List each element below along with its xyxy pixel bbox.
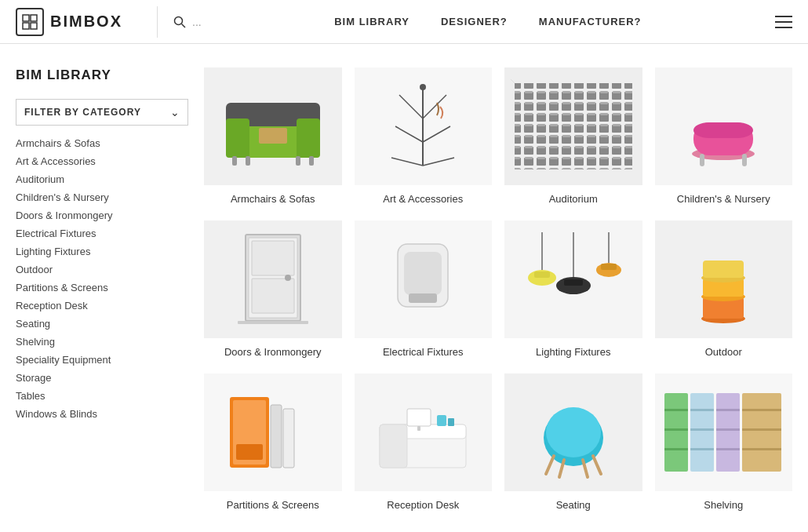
filter-header[interactable]: FILTER BY CATEGORY ⌄ (16, 99, 188, 126)
category-item-shelving[interactable]: Shelving (16, 335, 188, 348)
category-item-speciality[interactable]: Speciality Equipment (16, 353, 188, 366)
product-card-partitions[interactable]: Partitions & Screens (204, 373, 342, 511)
category-item-armchairs[interactable]: Armchairs & Sofas (16, 137, 188, 150)
category-item-seating[interactable]: Seating (16, 317, 188, 330)
svg-rect-59 (271, 405, 282, 468)
header-divider (157, 6, 158, 38)
search-icon (173, 16, 186, 28)
product-card-reception[interactable]: Reception Desk (355, 373, 493, 511)
svg-rect-86 (742, 393, 781, 472)
product-image-nursery (655, 67, 793, 185)
category-item-lighting[interactable]: Lighting Fixtures (16, 245, 188, 258)
product-label-shelving: Shelving (704, 499, 743, 511)
nav-bim-library[interactable]: BIM LIBRARY (334, 16, 409, 27)
product-card-outdoor[interactable]: Outdoor (655, 220, 793, 358)
product-image-reception (355, 373, 493, 491)
category-item-art[interactable]: Art & Accessories (16, 155, 188, 168)
category-item-partitions[interactable]: Partitions & Screens (16, 281, 188, 294)
product-card-art[interactable]: Art & Accessories (355, 67, 493, 205)
svg-rect-13 (246, 156, 250, 166)
product-image-seating (504, 373, 642, 491)
category-item-reception-desk[interactable]: Reception Desk (16, 299, 188, 312)
svg-rect-88 (742, 428, 781, 431)
svg-rect-10 (259, 128, 287, 144)
svg-rect-30 (700, 154, 704, 166)
svg-rect-66 (407, 409, 431, 426)
category-item-storage[interactable]: Storage (16, 371, 188, 384)
svg-point-22 (420, 84, 426, 90)
nav-designer[interactable]: DESIGNER? (441, 16, 508, 27)
svg-rect-9 (297, 118, 320, 158)
svg-rect-87 (742, 409, 781, 411)
svg-rect-14 (296, 156, 300, 166)
svg-line-16 (399, 95, 423, 118)
svg-rect-79 (690, 409, 714, 411)
svg-rect-29 (693, 122, 753, 138)
product-card-seating[interactable]: Seating (504, 373, 642, 511)
product-image-lighting (504, 220, 642, 338)
category-item-auditorium[interactable]: Auditorium (16, 173, 188, 186)
category-item-electrical[interactable]: Electrical Fixtures (16, 227, 188, 240)
product-image-art (355, 67, 493, 185)
logo-box-icon (16, 8, 44, 36)
svg-rect-60 (283, 409, 294, 468)
category-item-nursery[interactable]: Children's & Nursery (16, 191, 188, 204)
svg-rect-40 (409, 293, 437, 303)
svg-line-71 (593, 456, 601, 474)
svg-rect-82 (716, 393, 740, 472)
svg-point-4 (175, 16, 183, 24)
search-area[interactable]: ... (173, 16, 268, 28)
product-label-lighting: Lighting Fixtures (536, 346, 610, 358)
category-item-outdoor[interactable]: Outdoor (16, 263, 188, 276)
product-card-auditorium[interactable]: Auditorium (504, 67, 642, 205)
product-label-partitions: Partitions & Screens (227, 499, 319, 511)
product-label-auditorium: Auditorium (549, 193, 598, 205)
svg-line-20 (391, 158, 423, 166)
svg-rect-80 (690, 428, 714, 431)
product-label-art: Art & Accessories (383, 193, 463, 205)
main-container: BIM LIBRARY FILTER BY CATEGORY ⌄ Armchai… (0, 44, 808, 532)
product-label-electrical: Electrical Fixtures (383, 346, 464, 358)
product-image-outdoor (655, 220, 793, 338)
svg-rect-34 (252, 241, 294, 275)
product-label-outdoor: Outdoor (705, 346, 742, 358)
product-card-doors[interactable]: Doors & Ironmongery (204, 220, 342, 358)
svg-rect-55 (703, 261, 744, 278)
svg-rect-37 (238, 321, 308, 324)
product-card-shelving[interactable]: Shelving (655, 373, 793, 511)
search-placeholder: ... (192, 16, 202, 28)
product-label-nursery: Children's & Nursery (677, 193, 770, 205)
products-area: Armchairs & Sofas (204, 67, 792, 511)
nav-manufacturer[interactable]: MANUFACTURER? (539, 16, 642, 27)
svg-rect-76 (664, 428, 688, 431)
header: BIMBOX ... BIM LIBRARY DESIGNER? MANUFAC… (0, 0, 808, 44)
product-image-armchairs (204, 67, 342, 185)
category-item-tables[interactable]: Tables (16, 389, 188, 403)
product-card-electrical[interactable]: Electrical Fixtures (355, 220, 493, 358)
product-image-shelving (655, 373, 793, 491)
product-image-electrical (355, 220, 493, 338)
products-grid: Armchairs & Sofas (204, 67, 792, 511)
svg-rect-49 (601, 264, 617, 270)
svg-rect-77 (664, 448, 688, 450)
svg-rect-8 (226, 118, 249, 158)
sidebar: BIM LIBRARY FILTER BY CATEGORY ⌄ Armchai… (16, 67, 188, 511)
product-card-armchairs[interactable]: Armchairs & Sofas (204, 67, 342, 205)
svg-line-70 (546, 456, 554, 474)
svg-rect-64 (437, 415, 446, 426)
svg-rect-84 (716, 428, 740, 431)
svg-line-18 (395, 126, 423, 142)
category-item-doors[interactable]: Doors & Ironmongery (16, 209, 188, 222)
hamburger-menu[interactable] (775, 16, 792, 28)
category-item-windows[interactable]: Windows & Blinds (16, 407, 188, 421)
svg-rect-85 (716, 448, 740, 450)
product-card-nursery[interactable]: Children's & Nursery (655, 67, 793, 205)
nav-links: BIM LIBRARY DESIGNER? MANUFACTURER? (334, 16, 641, 27)
svg-rect-35 (252, 279, 294, 313)
svg-rect-1 (31, 15, 37, 21)
svg-rect-83 (716, 409, 740, 411)
svg-rect-12 (309, 156, 314, 166)
product-card-lighting[interactable]: Lighting Fixtures (504, 220, 642, 358)
svg-rect-81 (690, 448, 714, 450)
svg-rect-89 (742, 448, 781, 450)
